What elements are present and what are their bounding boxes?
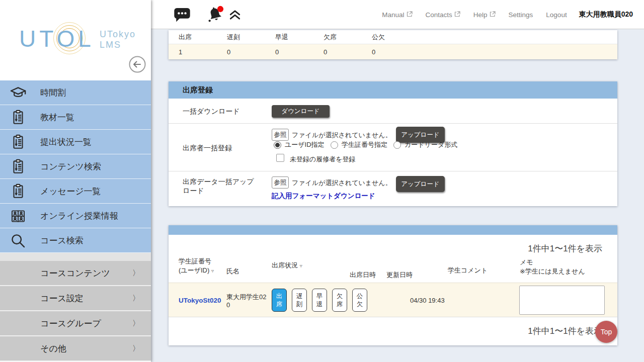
bulk-download-row: 一括ダウンロード ダウンロード [169,99,617,124]
sidebar-item-online-class-info[interactable]: オンライン授業情報 [0,204,151,228]
summary-value-row: 1 0 0 0 0 [169,44,617,59]
browse-file-button[interactable]: 参照 [272,129,289,141]
radio-user-id[interactable]: ユーザID指定 [274,140,325,149]
sidebar-item-content-search[interactable]: コンテンツ検索 [0,154,151,179]
result-count-bottom: 1件中1〜1件を表示 [169,317,617,345]
summary-excused-count: 0 [372,48,420,56]
sidebar-item-course-search[interactable]: コース検索 [0,228,151,253]
sidebar-item-course-group[interactable]: コースグループ 〉 [0,311,151,336]
people-grid-icon [9,208,27,227]
updated-datetime-value: 04/30 19:43 [410,297,445,304]
col-name: 氏名 [226,267,239,276]
register-unenrolled-label: 未登録の履修者を登録 [290,155,356,164]
sidebar-main-nav: 時間割 教材一覧 [0,80,151,253]
collapse-up-icon[interactable] [229,10,241,22]
table-header-row: 学生証番号 (ユーザID) ▿ 氏名 出席状況 ▿ 出席日時 更新日時 学生コメ… [169,255,617,283]
external-link-icon [490,11,496,19]
logo-area: UTOL UTokyo LMS [0,0,151,80]
sidebar-divider-strip [0,253,151,261]
col-updated-datetime: 更新日時 [386,270,413,280]
student-id-link[interactable]: UTokyoSt020 [179,297,221,304]
col-student-id[interactable]: 学生証番号 (ユーザID) ▿ [179,257,214,275]
settings-link[interactable]: Settings [509,11,533,19]
sidebar-item-materials[interactable]: 教材一覧 [0,105,151,130]
sidebar: UTOL UTokyo LMS [0,0,151,362]
summary-col-early-leave: 早退 [275,33,324,42]
sidebar-course-nav: コースコンテンツ 〉 コース設定 〉 コースグループ 〉 その他 〉 [0,261,151,361]
sidebar-item-course-contents[interactable]: コースコンテンツ 〉 [0,261,151,286]
sidebar-item-others[interactable]: その他 〉 [0,336,151,361]
student-attendance-table: 1件中1〜1件を表示 学生証番号 (ユーザID) ▿ 氏名 出席状況 ▿ 出席日… [169,225,617,345]
manual-link[interactable]: Manual [382,11,412,19]
radio-student-card-number[interactable]: 学生証番号指定 [331,140,387,149]
scroll-to-top-button[interactable]: Top [595,321,617,343]
main-content: 出席 遅刻 早退 欠席 公欠 1 0 0 0 0 出席登録 一括ダ [151,29,644,362]
chat-icon[interactable] [174,7,191,25]
radio-card-reader-format[interactable]: カードリーダ形式 [393,140,457,149]
notification-bell-icon[interactable] [205,5,225,27]
summary-header-row: 出席 遅刻 早退 欠席 公欠 [169,30,617,44]
external-link-icon [407,11,413,19]
sidebar-collapse-button[interactable] [128,55,146,73]
summary-absent-count: 0 [324,48,372,56]
sidebar-item-timetable[interactable]: 時間割 [0,80,151,105]
no-file-selected-text: ファイルが選択されていません。 [292,178,392,188]
chevron-right-icon: 〉 [132,268,140,278]
section-title: 出席登録 [169,81,617,99]
student-name: 東大用学生020 [226,293,268,309]
col-student-comment: 学生コメント [448,266,488,275]
attendance-summary-table: 出席 遅刻 早退 欠席 公欠 1 0 0 0 0 [169,30,617,59]
utol-logo-subtitle: UTokyo LMS [100,29,136,50]
radio-button-icon [393,141,401,149]
summary-col-excused: 公欠 [372,33,420,42]
logout-link[interactable]: Logout [546,11,567,19]
format-download-link[interactable]: 記入用フォーマットダウンロード [272,192,375,201]
radio-button-icon [331,141,338,149]
memo-textarea[interactable] [519,286,605,315]
status-early-leave-button[interactable]: 早退 [312,289,327,312]
summary-present-count: 1 [179,48,227,56]
clipboard-pen-icon [9,134,27,153]
attendance-data-upload-row: 出席データ一括アップロード 参照 ファイルが選択されていません。 アップロード … [169,171,617,206]
browse-file-button[interactable]: 参照 [272,176,289,189]
status-button-group: 出席 遅刻 早退 欠席 公欠 [272,289,367,312]
clipboard-pen-icon [9,109,27,128]
bulk-download-label: 一括ダウンロード [183,107,240,116]
summary-col-absent: 欠席 [324,33,372,42]
contacts-link[interactable]: Contacts [426,11,460,19]
chevron-right-icon: 〉 [132,294,140,303]
back-arrow-icon [128,67,146,75]
sidebar-item-submission-status[interactable]: 提出状況一覧 [0,130,151,154]
radio-button-icon [274,141,281,149]
sidebar-item-course-settings[interactable]: コース設定 〉 [0,286,151,311]
summary-col-present: 出席 [179,33,227,42]
status-late-button[interactable]: 遅刻 [292,289,307,312]
utol-logo: UTOL [19,25,95,52]
summary-early-leave-count: 0 [275,48,324,56]
attendee-bulk-label: 出席者一括登録 [183,144,232,153]
no-file-selected-text: ファイルが選択されていません。 [292,131,392,140]
status-present-button[interactable]: 出席 [272,289,287,312]
sort-icon: ▿ [211,268,214,274]
sort-icon: ▿ [300,263,302,268]
external-link-icon [454,11,460,19]
table-top-bar [169,225,617,235]
sidebar-item-message-list[interactable]: メッセージ一覧 [0,179,151,204]
status-excused-button[interactable]: 公欠 [352,289,367,312]
chevron-right-icon: 〉 [132,344,140,353]
help-link[interactable]: Help [473,11,496,19]
topbar-links: Manual Contacts Help [369,0,633,29]
summary-late-count: 0 [227,48,275,56]
col-status[interactable]: 出席状況 ▿ [272,261,302,270]
register-unenrolled-checkbox[interactable] [276,154,284,162]
clipboard-pen-icon [9,158,27,177]
attendee-bulk-register-row: 出席者一括登録 参照 ファイルが選択されていません。 アップロード ユーザID指… [169,124,617,171]
upload-button[interactable]: アップロード [396,176,445,192]
student-row: UTokyoSt020 東大用学生020 出席 遅刻 早退 欠席 [169,283,617,317]
data-upload-label: 出席データ一括アップロード [183,177,261,195]
chevron-right-icon: 〉 [132,319,140,328]
graduation-cap-icon [9,84,27,104]
download-button[interactable]: ダウンロード [272,105,330,118]
status-absent-button[interactable]: 欠席 [332,289,347,312]
col-attendance-datetime: 出席日時 [350,270,376,280]
